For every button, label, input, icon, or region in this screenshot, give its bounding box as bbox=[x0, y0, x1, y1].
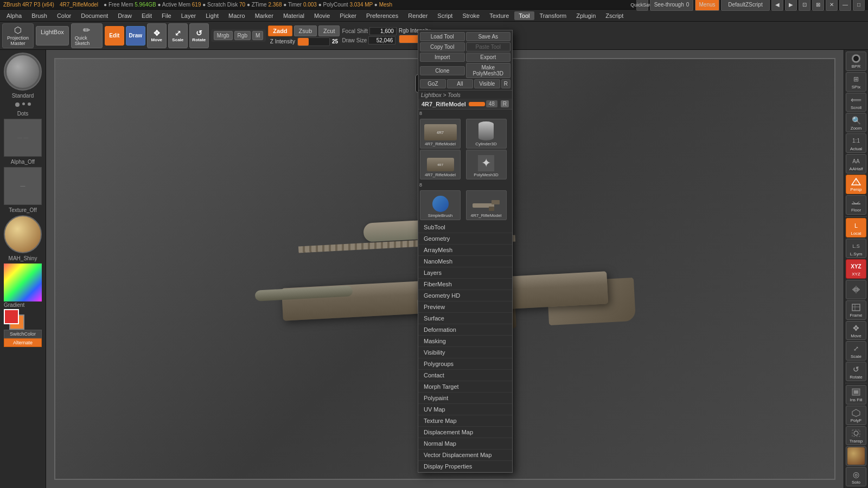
zadd-button[interactable]: Zadd bbox=[268, 25, 292, 36]
projection-master-button[interactable]: ⬡ Projection Master bbox=[2, 23, 34, 48]
menu-item-display-properties[interactable]: Display Properties bbox=[418, 461, 512, 472]
m-button[interactable]: M bbox=[252, 31, 263, 40]
menus-button[interactable]: Menus bbox=[695, 0, 719, 11]
color-gradient[interactable] bbox=[4, 264, 42, 301]
draw-value[interactable]: 52,046 bbox=[368, 36, 395, 44]
move-button[interactable]: ✥ Move bbox=[147, 23, 167, 48]
zcut-button[interactable]: Zcut bbox=[318, 25, 340, 36]
menu-item-preview[interactable]: Preview bbox=[418, 301, 512, 313]
menu-macro[interactable]: Macro bbox=[224, 11, 250, 20]
menu-item-surface[interactable]: Surface bbox=[418, 313, 512, 324]
tool-thumb-polymesh[interactable]: ✦ PolyMesh3D bbox=[466, 150, 507, 179]
menu-stroke[interactable]: Stroke bbox=[458, 11, 484, 20]
tool-icon4[interactable]: — bbox=[839, 0, 851, 11]
menu-color[interactable]: Color bbox=[53, 11, 75, 20]
menu-draw[interactable]: Draw bbox=[113, 11, 136, 20]
texture-preview[interactable]: — bbox=[4, 167, 42, 205]
tool-icon3[interactable]: ✕ bbox=[826, 0, 838, 11]
lightbox-button[interactable]: LightBox bbox=[36, 26, 69, 46]
tool-icon5[interactable]: □ bbox=[853, 0, 865, 11]
tool-thumb-simplebrush[interactable]: SimpleBrush bbox=[420, 190, 461, 220]
menu-alpha[interactable]: Alpha bbox=[2, 11, 26, 20]
menu-item-arraymesh[interactable]: ArrayMesh bbox=[418, 245, 512, 256]
mrgb-button[interactable]: Mrgb bbox=[214, 31, 233, 40]
menu-item-layers[interactable]: Layers bbox=[418, 267, 512, 279]
import-button[interactable]: Import bbox=[420, 53, 465, 62]
menu-item-uv-map[interactable]: UV Map bbox=[418, 404, 512, 415]
solo-button[interactable]: ◎ Solo bbox=[846, 467, 866, 486]
aahalf-button[interactable]: AA AAHalf bbox=[846, 154, 866, 174]
tool-icon2[interactable]: ⊠ bbox=[812, 0, 824, 11]
right-scale-button[interactable]: ⤢ Scale bbox=[846, 341, 866, 361]
actual-button[interactable]: 1:1 Actual bbox=[846, 133, 866, 153]
menu-layer[interactable]: Layer bbox=[177, 11, 201, 20]
menu-item-vector-displacement-map[interactable]: Vector Displacement Map bbox=[418, 450, 512, 461]
menu-picker[interactable]: Picker bbox=[335, 11, 361, 20]
menu-document[interactable]: Document bbox=[76, 11, 112, 20]
load-tool-button[interactable]: Load Tool bbox=[420, 32, 465, 41]
tool-thumb-rifle1[interactable]: 4R7 4R7_RifleModel bbox=[420, 119, 461, 149]
menu-render[interactable]: Render bbox=[404, 11, 432, 20]
menu-item-morph-target[interactable]: Morph Target bbox=[418, 381, 512, 393]
focal-value[interactable]: 1,600 bbox=[369, 27, 397, 35]
menu-item-contact[interactable]: Contact bbox=[418, 370, 512, 381]
zoom-button[interactable]: 🔍 Zoom bbox=[846, 113, 866, 132]
menu-item-nanomesh[interactable]: NanoMesh bbox=[418, 256, 512, 267]
seethrough-button[interactable]: See-through 0 bbox=[650, 0, 693, 11]
right-rotate-button[interactable]: ↺ Rotate bbox=[846, 362, 866, 381]
edit-button[interactable]: Edit bbox=[105, 26, 124, 46]
bpr-button[interactable]: BPR bbox=[846, 52, 866, 71]
nav-arrows[interactable]: ◀ bbox=[771, 0, 783, 11]
nav-arrows-right[interactable]: ▶ bbox=[785, 0, 797, 11]
menu-item-fibermesh[interactable]: FiberMesh bbox=[418, 279, 512, 290]
menu-item-displacement-map[interactable]: Displacement Map bbox=[418, 427, 512, 438]
symmetry-button[interactable] bbox=[846, 280, 866, 299]
zsub-button[interactable]: Zsub bbox=[294, 25, 317, 36]
menu-item-subtool[interactable]: SubTool bbox=[418, 222, 512, 233]
menu-tool[interactable]: Tool bbox=[514, 11, 534, 20]
tool-icon1[interactable]: ⊡ bbox=[799, 0, 810, 11]
menu-zscript[interactable]: Zscript bbox=[601, 11, 628, 20]
brush-preview[interactable] bbox=[4, 53, 42, 91]
tool-thumb-cylinder[interactable]: Cylinder3D bbox=[466, 119, 507, 149]
menu-transform[interactable]: Transform bbox=[535, 11, 571, 20]
copy-tool-button[interactable]: Copy Tool bbox=[420, 42, 465, 52]
switchcolor-button[interactable]: SwitchColor bbox=[4, 330, 42, 338]
menu-edit[interactable]: Edit bbox=[137, 11, 156, 20]
export-button[interactable]: Export bbox=[466, 53, 511, 62]
polyf-button[interactable]: PolyF bbox=[846, 406, 866, 425]
menu-item-normal-map[interactable]: Normal Map bbox=[418, 438, 512, 450]
menu-zplugin[interactable]: Zplugin bbox=[572, 11, 600, 20]
all-button[interactable]: All bbox=[447, 79, 473, 88]
menu-item-polypaint[interactable]: Polypaint bbox=[418, 393, 512, 404]
frame-button[interactable]: Frame bbox=[846, 300, 866, 320]
menu-texture[interactable]: Texture bbox=[485, 11, 513, 20]
right-move-button[interactable]: ✥ Move bbox=[846, 321, 866, 341]
ins-fill-button[interactable]: Ins Fill bbox=[846, 385, 866, 404]
rotate-button[interactable]: ↺ Rotate bbox=[189, 23, 209, 48]
spix-button[interactable]: ⊞ SPix bbox=[846, 72, 866, 92]
lsym-button[interactable]: L.S L.Sym bbox=[846, 239, 866, 258]
floor-button[interactable]: Floor bbox=[846, 195, 866, 215]
goz-button[interactable]: GoZ bbox=[420, 79, 446, 88]
paste-tool-button[interactable]: Paste Tool bbox=[466, 42, 511, 52]
menu-material[interactable]: Material bbox=[279, 11, 309, 20]
color-fg[interactable] bbox=[4, 309, 19, 324]
draw-button[interactable]: Draw bbox=[126, 26, 145, 46]
quicksave-button[interactable]: QuickSave bbox=[636, 0, 648, 11]
tool-count-slider[interactable] bbox=[469, 102, 485, 106]
tool-thumb-rifle2[interactable]: 4R7 4R7_RifleModel bbox=[420, 150, 461, 179]
menu-light[interactable]: Light bbox=[201, 11, 223, 20]
rgb-button[interactable]: Rgb bbox=[234, 31, 251, 40]
dynamic-material-button[interactable] bbox=[846, 446, 866, 466]
menu-item-geometry[interactable]: Geometry bbox=[418, 233, 512, 245]
transp-button[interactable]: Transp bbox=[846, 426, 866, 446]
menu-brush[interactable]: Brush bbox=[27, 11, 52, 20]
menu-movie[interactable]: Movie bbox=[310, 11, 334, 20]
top-right-buttons[interactable]: QuickSave See-through 0 Menus DefaultZSc… bbox=[636, 0, 865, 11]
alpha-preview[interactable]: — — bbox=[4, 119, 42, 157]
r-button[interactable]: R bbox=[501, 79, 510, 88]
quick-sketch-button[interactable]: ✏ Quick Sketch bbox=[71, 23, 103, 48]
tool-thumb-rifle3[interactable]: 4R7_RifleModel bbox=[466, 190, 507, 220]
menu-marker[interactable]: Marker bbox=[251, 11, 278, 20]
